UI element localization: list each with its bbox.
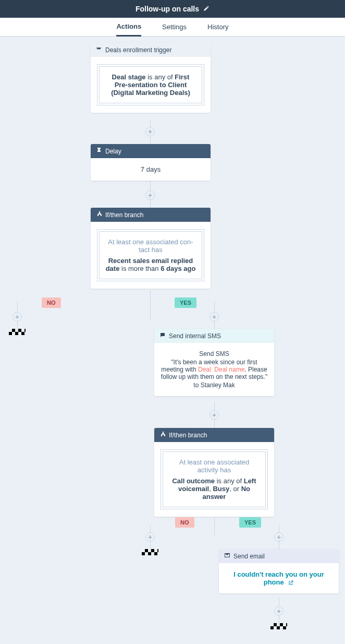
path-end-icon [142,549,158,555]
edit-icon[interactable] [203,4,210,14]
card-header: Send internal SMS [154,329,274,343]
tab-settings[interactable]: Settings [162,18,187,37]
card-header: Send email [219,549,339,563]
sms-title: Send SMS [161,350,268,357]
email-template-link[interactable]: I couldn't reach you on your phone [233,570,324,586]
delay-card[interactable]: Delay 7 days [91,144,211,181]
branch-yes-badge: YES [239,517,261,528]
tab-bar: Actions Settings History [0,18,345,37]
path-end-icon [270,623,287,629]
card-header: Deals enrollment trigger [91,43,211,57]
tab-actions[interactable]: Actions [116,18,141,37]
top-bar: Follow-up on calls [0,0,345,18]
connector-line [150,291,151,320]
add-action-button[interactable]: + [13,312,22,321]
enrollment-trigger-card[interactable]: Deals enrollment trigger Deal stage is a… [91,43,211,113]
workflow-canvas[interactable]: Deals enrollment trigger Deal stage is a… [0,37,345,644]
add-action-button[interactable]: + [210,312,219,321]
add-action-button[interactable]: + [274,532,284,542]
add-action-button[interactable]: + [145,532,155,542]
deal-token: Deal: Deal name [198,366,244,373]
branch-icon [96,211,102,219]
ifthen-branch-card[interactable]: If/then branch At least one associated a… [154,428,274,517]
card-title: Send email [233,553,265,560]
card-title: If/then branch [169,432,207,439]
criteria-frame: At least one associated con-tact has Rec… [97,229,204,281]
branch-icon [159,431,166,439]
email-icon [224,552,230,560]
send-sms-card[interactable]: Send internal SMS Send SMS "It's been a … [154,329,274,396]
card-title: Send internal SMS [169,332,221,340]
send-email-card[interactable]: Send email I couldn't reach you on your … [219,549,339,593]
path-end-icon [9,329,26,335]
delay-value: 7 days [91,158,211,181]
ifthen-branch-card[interactable]: If/then branch At least one associated c… [91,208,211,289]
external-link-icon [288,580,294,586]
add-action-button[interactable]: + [145,190,155,200]
add-action-button[interactable]: + [145,127,155,136]
workflow-title: Follow-up on calls [135,5,199,13]
criteria-frame: Deal stage is any of First Pre-sentation… [97,64,204,105]
tab-history[interactable]: History [207,18,228,37]
branch-no-badge: NO [42,297,61,308]
card-title: Deals enrollment trigger [105,46,171,54]
add-action-button[interactable]: + [274,606,284,616]
handshake-icon [96,46,102,54]
sms-icon [159,332,166,340]
hourglass-icon [96,147,102,155]
card-header: If/then branch [154,428,274,442]
add-action-button[interactable]: + [210,410,219,420]
branch-yes-badge: YES [175,297,196,308]
criteria-frame: At least one associated activity has Cal… [161,449,268,509]
card-header: If/then branch [91,208,211,222]
card-title: If/then branch [105,211,143,219]
card-title: Delay [105,148,121,155]
branch-no-badge: NO [175,517,194,528]
card-header: Delay [91,144,211,158]
